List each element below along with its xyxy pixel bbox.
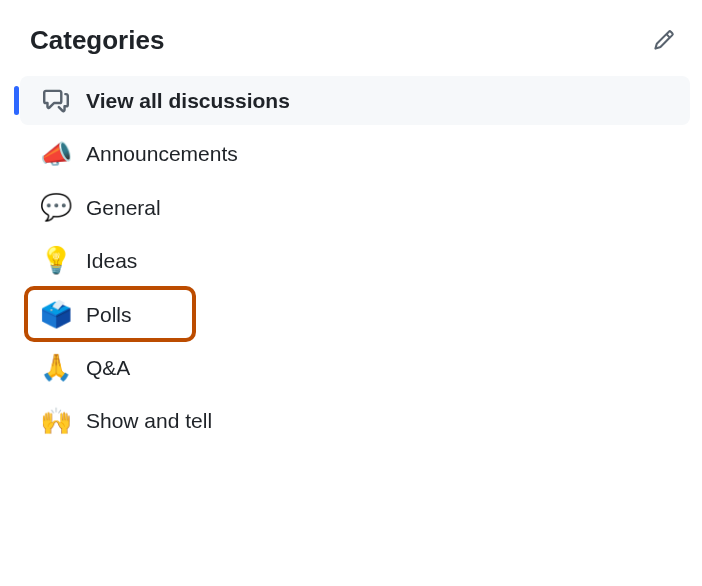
pray-icon: 🙏 (42, 354, 70, 382)
ballot-box-icon: 🗳️ (42, 300, 70, 328)
category-label: Q&A (86, 353, 130, 382)
category-label: Ideas (86, 246, 137, 275)
category-label: View all discussions (86, 86, 290, 115)
category-label: Announcements (86, 139, 238, 168)
active-indicator (14, 86, 19, 115)
category-item-ideas: 💡 Ideas (20, 236, 690, 285)
category-item-polls: 🗳️ Polls (20, 290, 690, 339)
category-label: General (86, 193, 161, 222)
category-label: Show and tell (86, 406, 212, 435)
categories-header: Categories (20, 24, 690, 56)
raised-hands-icon: 🙌 (42, 407, 70, 435)
speech-bubble-icon: 💬 (42, 193, 70, 221)
category-item-qa: 🙏 Q&A (20, 343, 690, 392)
category-link-polls[interactable]: 🗳️ Polls (20, 290, 690, 339)
category-item-general: 💬 General (20, 183, 690, 232)
category-link-ideas[interactable]: 💡 Ideas (20, 236, 690, 285)
category-item-show-and-tell: 🙌 Show and tell (20, 396, 690, 445)
category-link-announcements[interactable]: 📣 Announcements (20, 129, 690, 178)
category-label: Polls (86, 300, 132, 329)
megaphone-icon: 📣 (42, 140, 70, 168)
category-link-show-and-tell[interactable]: 🙌 Show and tell (20, 396, 690, 445)
category-item-view-all: View all discussions (20, 76, 690, 125)
pencil-icon (653, 29, 675, 51)
comment-discussion-icon (42, 87, 70, 115)
categories-title: Categories (30, 25, 164, 56)
category-list: View all discussions 📣 Announcements 💬 G… (20, 76, 690, 446)
edit-button[interactable] (648, 24, 680, 56)
category-item-announcements: 📣 Announcements (20, 129, 690, 178)
category-link-qa[interactable]: 🙏 Q&A (20, 343, 690, 392)
category-link-general[interactable]: 💬 General (20, 183, 690, 232)
lightbulb-icon: 💡 (42, 247, 70, 275)
category-link-view-all[interactable]: View all discussions (20, 76, 690, 125)
